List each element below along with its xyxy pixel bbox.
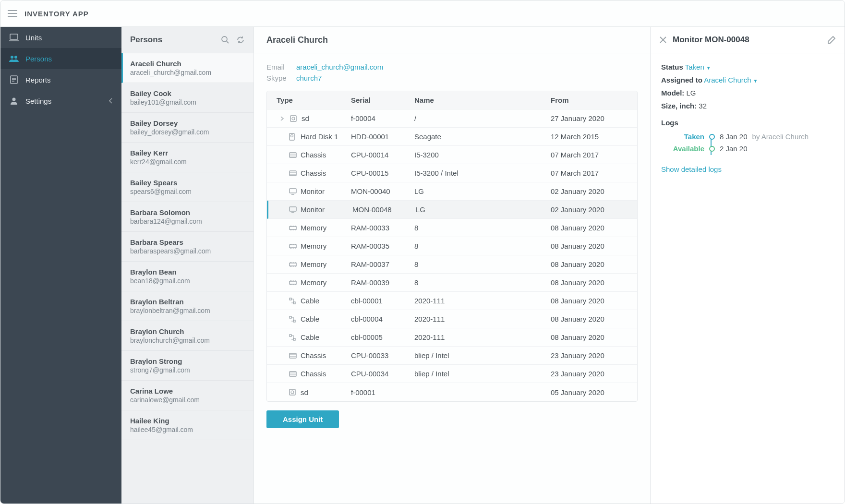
- unit-name: LG: [410, 182, 546, 200]
- memory-icon: [289, 279, 297, 287]
- person-item[interactable]: Bailey Spears spears6@gmail.com: [121, 172, 254, 202]
- unit-type: sd: [301, 388, 308, 396]
- person-item[interactable]: Hailee King hailee45@gmail.com: [121, 410, 254, 440]
- person-item[interactable]: Araceli Church araceli_church@gmail.com: [121, 53, 254, 83]
- person-item[interactable]: Braylon Bean bean18@gmail.com: [121, 262, 254, 291]
- table-row[interactable]: Memory RAM-00037 8 08 January 2020: [267, 255, 637, 274]
- unit-from: 07 March 2017: [546, 146, 637, 164]
- email-link[interactable]: araceli_church@gmail.com: [296, 63, 383, 71]
- table-row[interactable]: Chassis CPU-00015 I5-3200 / Intel 07 Mar…: [267, 164, 637, 182]
- col-header-serial[interactable]: Serial: [346, 91, 410, 109]
- table-row[interactable]: Cable cbl-00001 2020-111 08 January 2020: [267, 292, 637, 310]
- table-row[interactable]: sd f-00004 / 27 January 2020: [267, 109, 637, 128]
- edit-icon[interactable]: [827, 36, 836, 44]
- person-email: bailey_dorsey@gmail.com: [130, 128, 245, 136]
- monitor-icon: [289, 206, 297, 214]
- skype-link[interactable]: church7: [296, 74, 322, 82]
- person-item[interactable]: Bailey Kerr kerr24@gmail.com: [121, 143, 254, 172]
- svg-rect-25: [290, 372, 296, 376]
- person-item[interactable]: Bailey Dorsey bailey_dorsey@gmail.com: [121, 113, 254, 143]
- svg-point-9: [291, 134, 293, 137]
- unit-serial: HDD-00001: [346, 128, 410, 145]
- svg-point-1: [11, 56, 13, 59]
- person-name: Braylon Beltran: [130, 298, 245, 306]
- log-date: 8 Jan 20: [720, 132, 748, 141]
- log-by: by Araceli Church: [752, 132, 809, 141]
- table-row[interactable]: Chassis CPU-00033 bliep / Intel 23 Janua…: [267, 347, 637, 365]
- unit-from: 08 January 2020: [546, 292, 637, 310]
- unit-type: Memory: [301, 260, 326, 268]
- unit-type: Chassis: [301, 370, 326, 378]
- table-row[interactable]: sd f-00001 05 January 2020: [267, 383, 637, 401]
- unit-type: Monitor: [301, 187, 325, 195]
- person-email: barbaraspears@gmail.com: [130, 247, 245, 255]
- close-icon[interactable]: [659, 36, 667, 44]
- table-row[interactable]: Chassis CPU-00034 bliep / Intel 23 Janua…: [267, 365, 637, 383]
- caret-down-icon: ▼: [706, 65, 711, 71]
- unit-serial: RAM-00037: [346, 255, 410, 273]
- monitor-icon: [289, 188, 297, 195]
- table-row[interactable]: Memory RAM-00039 8 08 January 2020: [267, 274, 637, 292]
- table-row[interactable]: Cable cbl-00005 2020-111 08 January 2020: [267, 328, 637, 347]
- svg-point-7: [292, 117, 295, 120]
- svg-point-5: [222, 36, 227, 42]
- person-item[interactable]: Barbara Solomon barbara124@gmail.com: [121, 202, 254, 232]
- table-row[interactable]: Memory RAM-00035 8 08 January 2020: [267, 237, 637, 255]
- table-row[interactable]: Cable cbl-00004 2020-111 08 January 2020: [267, 310, 637, 328]
- search-icon[interactable]: [221, 36, 229, 44]
- unit-from: 08 January 2020: [546, 255, 637, 273]
- hdd-icon: [289, 133, 297, 141]
- status-label: Status: [661, 63, 683, 71]
- table-row[interactable]: Monitor MON-00048 LG 02 January 2020: [267, 201, 637, 219]
- assigned-dropdown[interactable]: Araceli Church▼: [704, 76, 758, 84]
- person-name: Braylon Bean: [130, 268, 245, 276]
- person-item[interactable]: Barbara Spears barbaraspears@gmail.com: [121, 232, 254, 262]
- svg-rect-26: [290, 389, 295, 395]
- refresh-icon[interactable]: [236, 36, 245, 44]
- person-name: Barbara Solomon: [130, 208, 245, 216]
- svg-rect-22: [290, 335, 291, 336]
- person-item[interactable]: Carina Lowe carinalowe@gmail.com: [121, 381, 254, 410]
- person-name: Hailee King: [130, 417, 245, 425]
- sidebar-item-units[interactable]: Units: [0, 27, 121, 48]
- unit-name: I5-3200 / Intel: [410, 164, 546, 182]
- person-item[interactable]: Braylon Strong strong7@gmail.com: [121, 351, 254, 381]
- sidebar: Units Persons Reports Settings: [0, 27, 121, 504]
- col-header-name[interactable]: Name: [410, 91, 546, 109]
- tree-expand-icon[interactable]: [280, 116, 286, 121]
- menu-toggle-icon[interactable]: [7, 8, 18, 19]
- show-detailed-logs-link[interactable]: Show detailed logs: [661, 165, 722, 174]
- unit-from: 08 January 2020: [546, 328, 637, 346]
- person-item[interactable]: Bailey Cook bailey101@gmail.com: [121, 83, 254, 113]
- unit-serial: MON-00048: [348, 201, 411, 218]
- person-name: Bailey Cook: [130, 89, 245, 97]
- table-row[interactable]: Hard Disk 1 HDD-00001 Seagate 12 March 2…: [267, 128, 637, 146]
- unit-type: Cable: [301, 333, 319, 341]
- size-label: Size, inch:: [661, 102, 697, 110]
- laptop-icon: [9, 33, 19, 42]
- unit-serial: RAM-00035: [346, 237, 410, 255]
- memory-icon: [289, 224, 297, 232]
- unit-serial: RAM-00039: [346, 274, 410, 291]
- unit-from: 07 March 2017: [546, 164, 637, 182]
- person-email: strong7@gmail.com: [130, 366, 245, 374]
- col-header-type[interactable]: Type: [267, 91, 346, 109]
- unit-type: Memory: [301, 224, 326, 232]
- person-name: Barbara Spears: [130, 238, 245, 246]
- table-row[interactable]: Memory RAM-00033 8 08 January 2020: [267, 219, 637, 237]
- status-dropdown[interactable]: Taken▼: [685, 63, 711, 71]
- person-item[interactable]: Braylon Beltran braylonbeltran@gmail.com: [121, 291, 254, 321]
- memory-icon: [289, 242, 297, 250]
- unit-from: 02 January 2020: [546, 201, 637, 218]
- person-item[interactable]: Braylon Church braylonchurch@gmail.com: [121, 321, 254, 351]
- sidebar-item-reports[interactable]: Reports: [0, 69, 121, 90]
- person-email: barbara124@gmail.com: [130, 217, 245, 225]
- unit-type: Chassis: [301, 351, 326, 360]
- sidebar-item-settings[interactable]: Settings: [0, 90, 121, 111]
- sidebar-item-persons[interactable]: Persons: [0, 48, 121, 69]
- assign-unit-button[interactable]: Assign Unit: [266, 410, 339, 428]
- unit-from: 08 January 2020: [546, 219, 637, 237]
- table-row[interactable]: Monitor MON-00040 LG 02 January 2020: [267, 182, 637, 201]
- table-row[interactable]: Chassis CPU-00014 I5-3200 07 March 2017: [267, 146, 637, 164]
- col-header-from[interactable]: From: [546, 91, 637, 109]
